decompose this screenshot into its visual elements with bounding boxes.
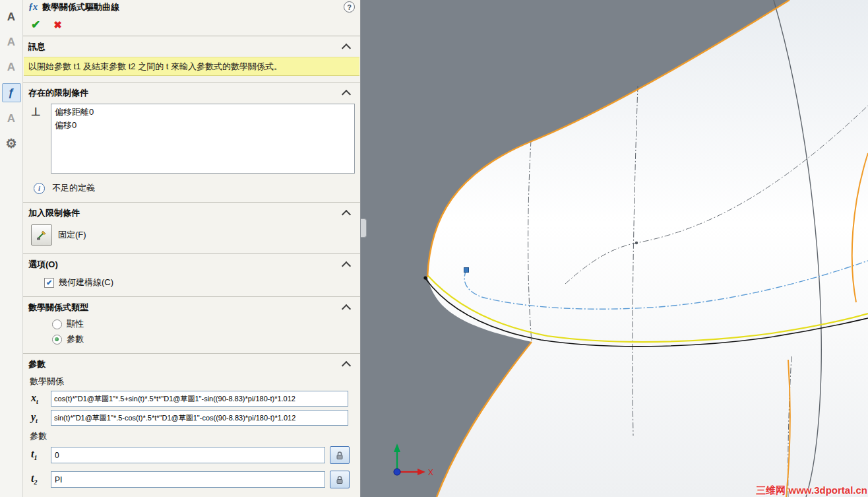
x-axis-label: X	[428, 468, 433, 477]
parametric-radio[interactable]	[52, 335, 62, 345]
y-equation-input[interactable]	[51, 410, 348, 426]
parametric-radio-label: 參數	[67, 333, 84, 345]
section-options-title: 選項(O)	[28, 259, 58, 271]
section-options: 選項(O) ✔ 幾何建構線(C)	[23, 254, 360, 297]
collapse-chevron-icon[interactable]	[342, 361, 351, 370]
panel-splitter-handle[interactable]	[361, 218, 367, 238]
panel-title-bar: ƒx 數學關係式驅動曲線 ?	[23, 0, 360, 14]
relation-item[interactable]: 偏移距離0	[55, 106, 351, 119]
sketch-point-handle[interactable]	[464, 268, 469, 273]
annotation-note-icon[interactable]: A	[3, 8, 20, 26]
graphics-viewport[interactable]: X 三维网 www.3dportal.cn	[361, 0, 868, 497]
section-add-relations-header[interactable]: 加入限制條件	[23, 203, 360, 222]
left-toolbar: A A A ƒ A ⚙	[0, 0, 23, 497]
panel-title: 數學關係式驅動曲線	[42, 1, 119, 13]
cancel-button[interactable]: ✖	[53, 19, 62, 31]
section-add-relations: 加入限制條件 固定(F)	[23, 203, 360, 254]
collapse-chevron-icon[interactable]	[342, 210, 351, 219]
t1-input[interactable]	[51, 447, 325, 463]
section-message: 訊息 以開始參數 t1 及結束參數 t2 之間的 t 來輸入參數式的數學關係式。	[23, 36, 360, 83]
collapse-chevron-icon[interactable]	[342, 90, 351, 99]
relations-listbox[interactable]: 偏移距離0 偏移0	[51, 104, 355, 174]
fix-relation-icon	[36, 229, 47, 241]
section-existing-relations: 存在的限制條件 ⊥ 偏移距離0 偏移0 i 不足的定義	[23, 83, 360, 203]
parameter-group-label: 參數	[23, 428, 360, 445]
padlock-icon	[335, 475, 344, 484]
x-equation-label: xt	[28, 392, 51, 405]
explicit-radio-label: 顯性	[67, 318, 84, 330]
z-axis-dot	[394, 469, 400, 475]
section-parameters: 參數 數學關係 xt yt 參數 t1	[23, 354, 360, 494]
collapse-chevron-icon[interactable]	[342, 304, 351, 314]
solidworks-window: A A A ƒ A ⚙ ƒx 數學關係式驅動曲線 ? ✔ ✖ 訊息 以開始參數 …	[0, 0, 868, 497]
watermark-text: 三维网 www.3dportal.cn	[756, 484, 867, 497]
perpendicular-relation-icon: ⊥	[31, 104, 51, 174]
section-parameters-header[interactable]: 參數	[23, 354, 360, 374]
x-equation-input[interactable]	[51, 391, 348, 407]
gear-tool-icon[interactable]: ⚙	[3, 135, 20, 152]
t1-label: t1	[28, 448, 51, 461]
fixed-label: 固定(F)	[58, 229, 86, 241]
relation-item[interactable]: 偏移0	[55, 119, 351, 132]
section-equation-type-header[interactable]: 數學關係式類型	[23, 297, 360, 317]
collapse-chevron-icon[interactable]	[342, 261, 351, 271]
construction-geometry-checkbox[interactable]: ✔	[44, 278, 54, 288]
equation-group-label: 數學關係	[23, 374, 360, 390]
section-equation-type-title: 數學關係式類型	[28, 302, 88, 314]
equation-curve-tool-icon[interactable]: ƒ	[2, 83, 21, 102]
explicit-radio[interactable]	[52, 319, 62, 329]
curve-endpoint[interactable]	[423, 276, 427, 279]
ok-cancel-bar: ✔ ✖	[23, 14, 360, 36]
definition-status-text: 不足的定義	[52, 182, 95, 194]
section-parameters-title: 參數	[28, 358, 46, 370]
t2-lock-button[interactable]	[330, 471, 350, 488]
collapse-chevron-icon[interactable]	[342, 44, 351, 53]
section-message-header[interactable]: 訊息	[23, 36, 360, 56]
construction-geometry-label: 幾何建構線(C)	[59, 277, 113, 288]
property-manager: ƒx 數學關係式驅動曲線 ? ✔ ✖ 訊息 以開始參數 t1 及結束參數 t2 …	[23, 0, 361, 497]
message-text: 以開始參數 t1 及結束參數 t2 之間的 t 來輸入參數式的數學關係式。	[24, 57, 359, 76]
section-equation-type: 數學關係式類型 顯性 參數	[23, 297, 360, 354]
section-options-header[interactable]: 選項(O)	[23, 254, 360, 274]
section-existing-relations-title: 存在的限制條件	[28, 87, 88, 99]
padlock-icon	[335, 451, 344, 460]
section-message-title: 訊息	[28, 41, 46, 53]
annotation-text-icon[interactable]: A	[3, 33, 20, 51]
section-existing-relations-header[interactable]: 存在的限制條件	[23, 83, 360, 102]
y-equation-label: yt	[28, 411, 51, 424]
t2-input[interactable]	[51, 471, 325, 488]
construction-vertex-point[interactable]	[635, 242, 638, 244]
help-icon[interactable]: ?	[344, 1, 355, 13]
t1-lock-button[interactable]	[330, 446, 350, 464]
annotation-frame-icon[interactable]: A	[3, 110, 20, 127]
annotation-text-disabled-icon[interactable]: A	[3, 58, 20, 76]
equation-fx-icon: ƒx	[28, 2, 38, 13]
info-icon: i	[34, 183, 45, 194]
fix-relation-button[interactable]	[31, 224, 52, 246]
t2-label: t2	[28, 473, 51, 486]
ok-button[interactable]: ✔	[31, 18, 40, 32]
viewport-canvas[interactable]: X	[361, 0, 868, 497]
section-add-relations-title: 加入限制條件	[28, 207, 80, 219]
